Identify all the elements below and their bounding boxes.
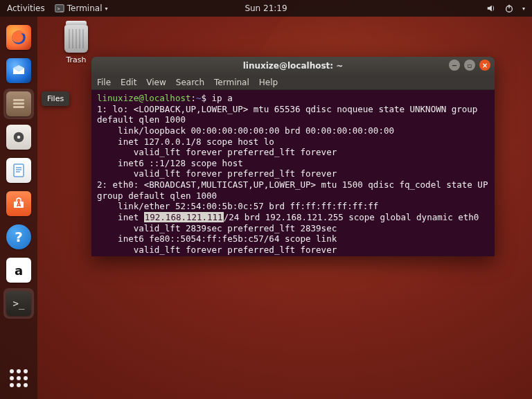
menu-file[interactable]: File xyxy=(97,78,111,87)
svg-point-9 xyxy=(17,136,21,139)
svg-rect-7 xyxy=(13,106,24,108)
window-minimize-button[interactable]: − xyxy=(449,60,460,71)
window-title: linuxize@localhost: ~ xyxy=(243,61,344,71)
power-icon[interactable] xyxy=(504,3,514,13)
menu-edit[interactable]: Edit xyxy=(121,78,136,87)
menu-help[interactable]: Help xyxy=(259,78,278,87)
dock: A ? a >_ xyxy=(0,17,37,399)
window-close-button[interactable]: × xyxy=(479,60,490,71)
chevron-down-icon[interactable]: ▾ xyxy=(522,6,525,12)
gnome-topbar: Activities >_ Terminal ▾ Sun 21:19 ▾ xyxy=(0,0,532,17)
svg-text:A: A xyxy=(17,202,21,208)
chevron-down-icon: ▾ xyxy=(105,6,107,12)
dock-tooltip: Files xyxy=(42,91,69,106)
clock[interactable]: Sun 21:19 xyxy=(245,3,287,13)
dock-files[interactable] xyxy=(3,89,34,119)
dock-firefox[interactable] xyxy=(3,22,34,53)
dock-amazon[interactable]: a xyxy=(3,255,34,285)
highlighted-ip: 192.168.121.111 xyxy=(144,212,224,222)
terminal-icon: >_ xyxy=(13,298,25,309)
app-menu-label: Terminal xyxy=(67,3,103,13)
dock-libreoffice-writer[interactable] xyxy=(3,155,34,186)
dock-help[interactable]: ? xyxy=(3,222,34,252)
menu-terminal[interactable]: Terminal xyxy=(214,78,249,87)
svg-rect-10 xyxy=(14,164,24,177)
menu-search[interactable]: Search xyxy=(176,78,204,87)
svg-rect-5 xyxy=(13,99,24,101)
amazon-icon: a xyxy=(15,263,23,278)
terminal-body[interactable]: linuxize@localhost:~$ ip a 1: lo: <LOOPB… xyxy=(91,90,495,256)
volume-icon[interactable] xyxy=(486,3,496,13)
terminal-menubar: File Edit View Search Terminal Help xyxy=(91,75,495,90)
dock-rhythmbox[interactable] xyxy=(3,122,34,152)
app-menu[interactable]: >_ Terminal ▾ xyxy=(55,3,108,13)
terminal-icon: >_ xyxy=(55,3,64,13)
menu-view[interactable]: View xyxy=(146,78,166,87)
window-maximize-button[interactable]: ▫ xyxy=(464,60,475,71)
trash-icon xyxy=(64,25,88,53)
dock-thunderbird[interactable] xyxy=(3,55,34,86)
dock-terminal[interactable]: >_ xyxy=(3,288,34,319)
activities-button[interactable]: Activities xyxy=(7,3,45,13)
show-applications-button[interactable] xyxy=(3,363,34,393)
dock-ubuntu-software[interactable]: A xyxy=(3,188,34,219)
window-titlebar[interactable]: linuxize@localhost: ~ − ▫ × xyxy=(91,57,495,75)
trash-label: Trash xyxy=(66,55,86,64)
question-icon: ? xyxy=(15,229,23,245)
terminal-window: linuxize@localhost: ~ − ▫ × File Edit Vi… xyxy=(91,57,495,256)
svg-rect-6 xyxy=(13,103,24,105)
svg-text:>_: >_ xyxy=(57,6,63,12)
trash-desktop-icon[interactable]: Trash xyxy=(55,25,97,64)
